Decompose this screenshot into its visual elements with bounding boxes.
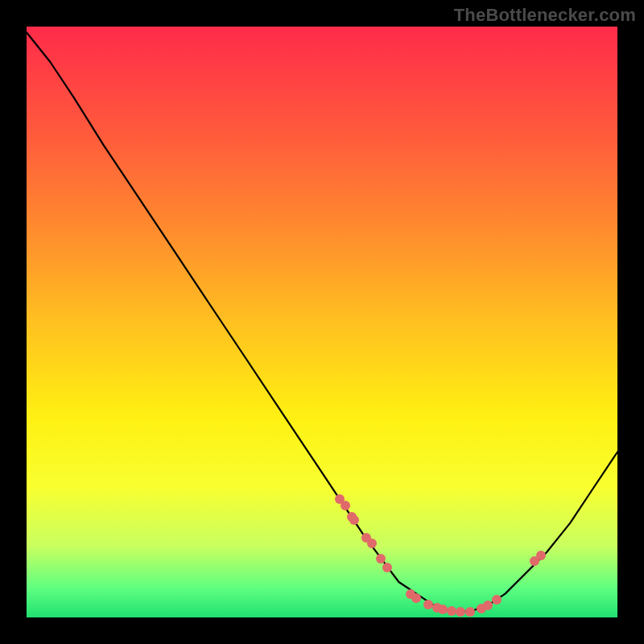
data-point <box>465 607 475 617</box>
data-point <box>536 551 546 560</box>
data-point <box>376 554 386 564</box>
watermark: TheBottlenecker.com <box>454 5 636 26</box>
plot-area <box>27 27 617 617</box>
data-point <box>341 501 350 510</box>
data-point <box>483 601 493 610</box>
chart-canvas: TheBottlenecker.com <box>0 0 644 644</box>
data-point <box>382 563 392 572</box>
data-point <box>492 595 502 605</box>
